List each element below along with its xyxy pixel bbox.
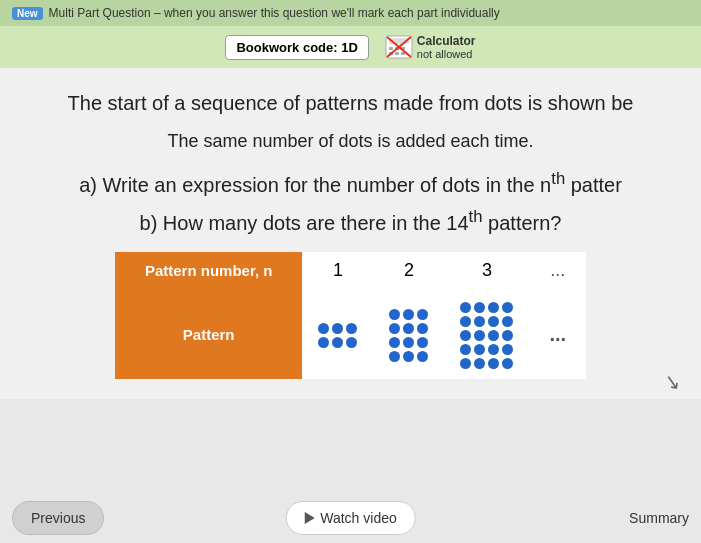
- main-content: The start of a sequence of patterns made…: [0, 68, 701, 399]
- dot: [389, 351, 400, 362]
- dot: [417, 337, 428, 348]
- table-col3: 3: [444, 252, 529, 289]
- dot: [474, 302, 485, 313]
- multi-part-description: Multi Part Question – when you answer th…: [49, 6, 500, 20]
- pattern-table-container: Pattern number, n 1 2 3 ... Pattern: [30, 252, 671, 379]
- part-a: a) Write an expression for the number of…: [30, 169, 671, 197]
- calculator-info: Calculator not allowed: [385, 34, 476, 60]
- dot: [488, 358, 499, 369]
- dot: [332, 323, 343, 334]
- dot: [474, 330, 485, 341]
- dot: [488, 344, 499, 355]
- part-b: b) How many dots are there in the 14th p…: [30, 207, 671, 235]
- table-col2: 2: [373, 252, 444, 289]
- bookwork-bar: Bookwork code: 1D Calculator not allowed: [0, 26, 701, 68]
- dot: [502, 330, 513, 341]
- dot: [502, 316, 513, 327]
- dot: [474, 358, 485, 369]
- table-header-pattern: Pattern: [115, 289, 303, 379]
- top-bar: New Multi Part Question – when you answe…: [0, 0, 701, 26]
- pattern-1: [302, 289, 373, 379]
- pattern-3: [444, 289, 529, 379]
- question-intro: The start of a sequence of patterns made…: [30, 88, 671, 118]
- dot: [502, 344, 513, 355]
- dot: [488, 316, 499, 327]
- pattern-2: [373, 289, 444, 379]
- bookwork-code: Bookwork code: 1D: [225, 35, 368, 60]
- dot: [318, 323, 329, 334]
- dot: [417, 309, 428, 320]
- table-header-pattern-number: Pattern number, n: [115, 252, 303, 289]
- question-intro2: The same number of dots is added each ti…: [30, 128, 671, 155]
- dot: [346, 337, 357, 348]
- table-ellipsis-header: ...: [529, 252, 586, 289]
- dot: [403, 309, 414, 320]
- svg-rect-6: [395, 52, 399, 55]
- table-ellipsis-dots: ...: [529, 289, 586, 379]
- dot: [460, 316, 471, 327]
- previous-button[interactable]: Previous: [12, 501, 104, 535]
- dot: [403, 323, 414, 334]
- play-icon: [304, 512, 314, 524]
- dot: [488, 330, 499, 341]
- pattern-table: Pattern number, n 1 2 3 ... Pattern: [115, 252, 586, 379]
- dot: [474, 344, 485, 355]
- dot: [460, 344, 471, 355]
- dot: [346, 323, 357, 334]
- table-col1: 1: [302, 252, 373, 289]
- dot: [403, 351, 414, 362]
- dot: [417, 351, 428, 362]
- dot: [389, 309, 400, 320]
- dot: [488, 302, 499, 313]
- dot: [318, 337, 329, 348]
- dot: [389, 337, 400, 348]
- calculator-icon: [385, 35, 413, 59]
- svg-rect-2: [389, 47, 393, 50]
- dot: [332, 337, 343, 348]
- dot: [460, 302, 471, 313]
- calculator-label: Calculator: [417, 34, 476, 48]
- dot: [403, 337, 414, 348]
- dot: [502, 358, 513, 369]
- watch-video-button[interactable]: Watch video: [285, 501, 416, 535]
- calculator-status: not allowed: [417, 48, 476, 60]
- dot: [389, 323, 400, 334]
- dot: [502, 302, 513, 313]
- new-badge: New: [12, 7, 43, 20]
- dot: [460, 358, 471, 369]
- summary-link[interactable]: Summary: [629, 510, 689, 526]
- bottom-bar: Previous Watch video Summary: [0, 493, 701, 543]
- watch-video-label: Watch video: [320, 510, 397, 526]
- dot: [417, 323, 428, 334]
- dot: [460, 330, 471, 341]
- dot: [474, 316, 485, 327]
